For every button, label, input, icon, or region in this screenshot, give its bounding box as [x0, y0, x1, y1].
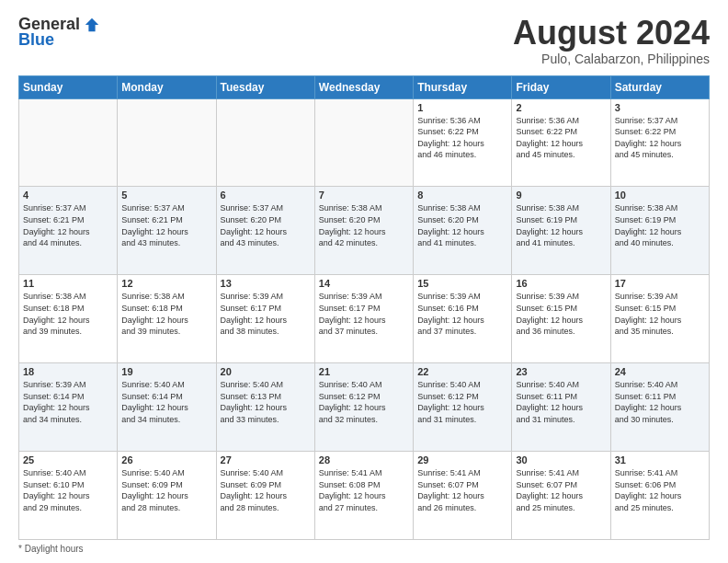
calendar-cell — [216, 98, 314, 187]
calendar-cell: 18Sunrise: 5:39 AM Sunset: 6:14 PM Dayli… — [19, 363, 118, 452]
calendar-cell: 30Sunrise: 5:41 AM Sunset: 6:07 PM Dayli… — [512, 452, 610, 540]
calendar-cell: 9Sunrise: 5:38 AM Sunset: 6:19 PM Daylig… — [512, 187, 610, 275]
day-info: Sunrise: 5:38 AM Sunset: 6:18 PM Dayligh… — [23, 291, 113, 337]
day-info: Sunrise: 5:39 AM Sunset: 6:14 PM Dayligh… — [23, 379, 113, 425]
calendar-cell: 11Sunrise: 5:38 AM Sunset: 6:18 PM Dayli… — [19, 275, 118, 363]
calendar-cell: 13Sunrise: 5:39 AM Sunset: 6:17 PM Dayli… — [216, 275, 314, 363]
calendar-header-wednesday: Wednesday — [314, 75, 413, 98]
day-number: 18 — [23, 366, 113, 377]
month-title: August 2024 — [513, 15, 710, 52]
day-number: 8 — [417, 190, 507, 201]
day-number: 11 — [23, 278, 113, 289]
day-number: 15 — [417, 278, 507, 289]
footer-note-text: Daylight hours — [25, 544, 84, 554]
day-number: 13 — [221, 278, 311, 289]
calendar-week-row: 1Sunrise: 5:36 AM Sunset: 6:22 PM Daylig… — [19, 98, 710, 187]
day-info: Sunrise: 5:37 AM Sunset: 6:22 PM Dayligh… — [615, 115, 705, 161]
svg-marker-0 — [85, 17, 98, 30]
day-number: 27 — [221, 454, 311, 465]
calendar-cell: 21Sunrise: 5:40 AM Sunset: 6:12 PM Dayli… — [314, 363, 413, 452]
day-info: Sunrise: 5:38 AM Sunset: 6:20 PM Dayligh… — [417, 202, 507, 248]
day-number: 17 — [615, 278, 705, 289]
day-number: 22 — [417, 366, 507, 377]
calendar-cell: 20Sunrise: 5:40 AM Sunset: 6:13 PM Dayli… — [216, 363, 314, 452]
day-number: 26 — [121, 454, 211, 465]
calendar-cell: 25Sunrise: 5:40 AM Sunset: 6:10 PM Dayli… — [19, 452, 118, 540]
day-number: 20 — [221, 366, 311, 377]
calendar-cell: 27Sunrise: 5:40 AM Sunset: 6:09 PM Dayli… — [216, 452, 314, 540]
calendar-cell: 16Sunrise: 5:39 AM Sunset: 6:15 PM Dayli… — [512, 275, 610, 363]
day-number: 14 — [319, 278, 409, 289]
day-info: Sunrise: 5:41 AM Sunset: 6:08 PM Dayligh… — [319, 467, 409, 513]
calendar-cell: 14Sunrise: 5:39 AM Sunset: 6:17 PM Dayli… — [314, 275, 413, 363]
day-number: 30 — [516, 454, 606, 465]
calendar-week-row: 4Sunrise: 5:37 AM Sunset: 6:21 PM Daylig… — [19, 187, 710, 275]
calendar-header-sunday: Sunday — [19, 75, 118, 98]
day-info: Sunrise: 5:37 AM Sunset: 6:21 PM Dayligh… — [23, 202, 113, 248]
day-number: 23 — [516, 366, 606, 377]
day-info: Sunrise: 5:39 AM Sunset: 6:17 PM Dayligh… — [319, 291, 409, 337]
calendar-cell: 12Sunrise: 5:38 AM Sunset: 6:18 PM Dayli… — [118, 275, 216, 363]
calendar-cell — [314, 98, 413, 187]
day-info: Sunrise: 5:41 AM Sunset: 6:06 PM Dayligh… — [615, 467, 705, 513]
calendar-cell: 10Sunrise: 5:38 AM Sunset: 6:19 PM Dayli… — [610, 187, 709, 275]
day-number: 24 — [615, 366, 705, 377]
day-number: 19 — [121, 366, 211, 377]
calendar-header-monday: Monday — [118, 75, 216, 98]
calendar-week-row: 11Sunrise: 5:38 AM Sunset: 6:18 PM Dayli… — [19, 275, 710, 363]
calendar-week-row: 18Sunrise: 5:39 AM Sunset: 6:14 PM Dayli… — [19, 363, 710, 452]
day-info: Sunrise: 5:41 AM Sunset: 6:07 PM Dayligh… — [417, 467, 507, 513]
logo-blue-text: Blue — [18, 30, 54, 50]
day-info: Sunrise: 5:38 AM Sunset: 6:18 PM Dayligh… — [121, 291, 211, 337]
calendar-cell: 4Sunrise: 5:37 AM Sunset: 6:21 PM Daylig… — [19, 187, 118, 275]
calendar-week-row: 25Sunrise: 5:40 AM Sunset: 6:10 PM Dayli… — [19, 452, 710, 540]
calendar-cell: 22Sunrise: 5:40 AM Sunset: 6:12 PM Dayli… — [414, 363, 512, 452]
day-info: Sunrise: 5:37 AM Sunset: 6:20 PM Dayligh… — [221, 202, 311, 248]
calendar-cell: 17Sunrise: 5:39 AM Sunset: 6:15 PM Dayli… — [610, 275, 709, 363]
day-number: 9 — [516, 190, 606, 201]
day-number: 29 — [417, 454, 507, 465]
calendar-header-thursday: Thursday — [414, 75, 512, 98]
day-number: 16 — [516, 278, 606, 289]
day-number: 3 — [615, 102, 705, 113]
calendar-header-tuesday: Tuesday — [216, 75, 314, 98]
day-info: Sunrise: 5:40 AM Sunset: 6:12 PM Dayligh… — [417, 379, 507, 425]
day-number: 1 — [417, 102, 507, 113]
day-info: Sunrise: 5:40 AM Sunset: 6:14 PM Dayligh… — [121, 379, 211, 425]
day-info: Sunrise: 5:38 AM Sunset: 6:20 PM Dayligh… — [319, 202, 409, 248]
calendar-cell: 7Sunrise: 5:38 AM Sunset: 6:20 PM Daylig… — [314, 187, 413, 275]
calendar-header-row: SundayMondayTuesdayWednesdayThursdayFrid… — [19, 75, 710, 98]
day-info: Sunrise: 5:39 AM Sunset: 6:16 PM Dayligh… — [417, 291, 507, 337]
day-info: Sunrise: 5:39 AM Sunset: 6:15 PM Dayligh… — [516, 291, 606, 337]
page: General Blue August 2024 Pulo, Calabarzo… — [0, 0, 728, 563]
calendar-cell: 6Sunrise: 5:37 AM Sunset: 6:20 PM Daylig… — [216, 187, 314, 275]
location: Pulo, Calabarzon, Philippines — [513, 52, 710, 66]
day-info: Sunrise: 5:40 AM Sunset: 6:11 PM Dayligh… — [516, 379, 606, 425]
day-number: 12 — [121, 278, 211, 289]
day-info: Sunrise: 5:36 AM Sunset: 6:22 PM Dayligh… — [516, 115, 606, 161]
day-info: Sunrise: 5:40 AM Sunset: 6:13 PM Dayligh… — [221, 379, 311, 425]
calendar-header-friday: Friday — [512, 75, 610, 98]
calendar-cell: 23Sunrise: 5:40 AM Sunset: 6:11 PM Dayli… — [512, 363, 610, 452]
calendar-cell: 15Sunrise: 5:39 AM Sunset: 6:16 PM Dayli… — [414, 275, 512, 363]
title-block: August 2024 Pulo, Calabarzon, Philippine… — [513, 15, 710, 66]
day-info: Sunrise: 5:41 AM Sunset: 6:07 PM Dayligh… — [516, 467, 606, 513]
day-number: 4 — [23, 190, 113, 201]
day-info: Sunrise: 5:40 AM Sunset: 6:09 PM Dayligh… — [121, 467, 211, 513]
calendar-cell — [118, 98, 216, 187]
day-info: Sunrise: 5:36 AM Sunset: 6:22 PM Dayligh… — [417, 115, 507, 161]
day-info: Sunrise: 5:38 AM Sunset: 6:19 PM Dayligh… — [615, 202, 705, 248]
calendar-header-saturday: Saturday — [610, 75, 709, 98]
day-number: 2 — [516, 102, 606, 113]
day-number: 31 — [615, 454, 705, 465]
day-number: 25 — [23, 454, 113, 465]
calendar-cell: 8Sunrise: 5:38 AM Sunset: 6:20 PM Daylig… — [414, 187, 512, 275]
calendar-table: SundayMondayTuesdayWednesdayThursdayFrid… — [18, 75, 710, 540]
day-number: 6 — [221, 190, 311, 201]
day-number: 10 — [615, 190, 705, 201]
day-info: Sunrise: 5:37 AM Sunset: 6:21 PM Dayligh… — [121, 202, 211, 248]
calendar-cell: 19Sunrise: 5:40 AM Sunset: 6:14 PM Dayli… — [118, 363, 216, 452]
calendar-cell: 26Sunrise: 5:40 AM Sunset: 6:09 PM Dayli… — [118, 452, 216, 540]
footer-note: * Daylight hours — [18, 544, 710, 554]
logo-icon — [84, 17, 100, 33]
